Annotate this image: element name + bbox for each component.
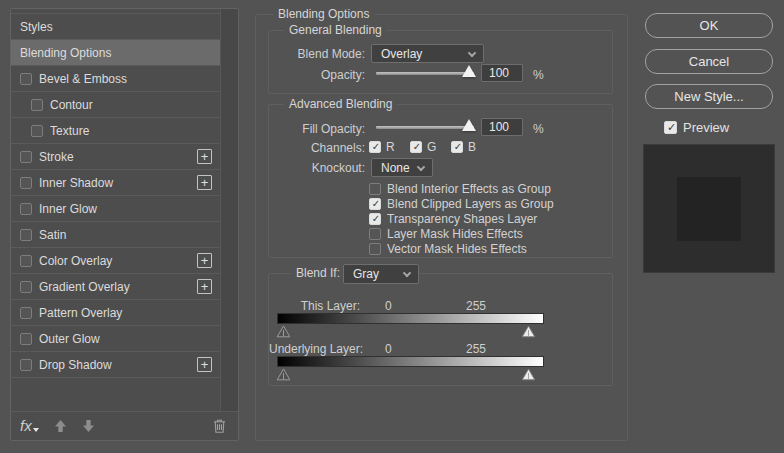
sidebar-item-inner-shadow[interactable]: Inner Shadow + <box>11 170 220 196</box>
trash-icon <box>212 418 227 434</box>
checkbox-unchecked[interactable] <box>20 151 32 163</box>
underlying-black-thumb[interactable] <box>276 368 291 384</box>
move-effect-up-button[interactable] <box>53 419 68 433</box>
checkbox-unchecked[interactable] <box>20 229 32 241</box>
add-instance-plus-icon[interactable]: + <box>197 279 212 294</box>
checkbox-checked[interactable] <box>664 121 677 134</box>
item-label: Outer Glow <box>39 332 100 346</box>
checkbox-checked[interactable] <box>369 198 381 210</box>
sidebar-item-styles[interactable]: Styles <box>11 14 220 40</box>
move-effect-down-button[interactable] <box>81 419 96 433</box>
sidebar-scrollbar-track[interactable] <box>220 9 238 411</box>
sidebar-item-texture[interactable]: Texture <box>11 118 220 144</box>
sidebar-item-bevel-emboss[interactable]: Bevel & Emboss <box>11 66 220 92</box>
new-style-button[interactable]: New Style... <box>645 84 773 109</box>
fx-menu-button[interactable]: fx <box>20 419 39 433</box>
sidebar-item-blending-options[interactable]: Blending Options <box>11 40 220 66</box>
checkbox-unchecked[interactable] <box>369 243 381 255</box>
checkbox-unchecked[interactable] <box>20 307 32 319</box>
checkbox-unchecked[interactable] <box>20 73 32 85</box>
sidebar-item-drop-shadow[interactable]: Drop Shadow + <box>11 352 220 378</box>
underlying-max: 255 <box>466 342 486 356</box>
add-instance-plus-icon[interactable]: + <box>197 357 212 372</box>
sidebar-item-contour[interactable]: Contour <box>11 92 220 118</box>
checkbox-unchecked[interactable] <box>20 203 32 215</box>
preview-thumbnail <box>643 144 775 273</box>
opacity-slider-track[interactable] <box>376 72 474 75</box>
option-vector-mask-hides[interactable]: Vector Mask Hides Effects <box>369 242 527 255</box>
cancel-button[interactable]: Cancel <box>645 49 773 74</box>
underlying-layer-label: Underlying Layer: <box>269 342 360 356</box>
checkbox-unchecked[interactable] <box>20 359 32 371</box>
checkbox-unchecked[interactable] <box>31 125 43 137</box>
knockout-label: Knockout: <box>269 161 365 175</box>
option-blend-clipped[interactable]: Blend Clipped Layers as Group <box>369 197 554 210</box>
fill-opacity-input[interactable]: 100 <box>481 118 523 136</box>
sidebar-item-satin[interactable]: Satin <box>11 222 220 248</box>
add-instance-plus-icon[interactable]: + <box>197 175 212 190</box>
add-instance-plus-icon[interactable]: + <box>197 149 212 164</box>
option-transparency-shapes[interactable]: Transparency Shapes Layer <box>369 212 537 225</box>
item-label: Satin <box>39 228 66 242</box>
channel-g[interactable]: G <box>410 140 436 154</box>
blend-if-value: Gray <box>353 267 379 281</box>
opacity-input[interactable]: 100 <box>481 64 523 82</box>
preview-label: Preview <box>683 120 729 135</box>
this-layer-white-thumb[interactable] <box>521 325 536 341</box>
opacity-slider-thumb[interactable] <box>462 65 476 77</box>
checkbox-unchecked[interactable] <box>369 228 381 240</box>
sidebar-item-stroke[interactable]: Stroke + <box>11 144 220 170</box>
arrow-down-icon <box>81 419 96 433</box>
channel-b[interactable]: B <box>451 140 476 154</box>
this-layer-min: 0 <box>385 299 392 313</box>
blend-mode-dropdown[interactable]: Overlay <box>371 44 484 63</box>
sidebar-footer: fx <box>11 411 238 440</box>
option-blend-interior[interactable]: Blend Interior Effects as Group <box>369 182 551 195</box>
item-label: Drop Shadow <box>39 358 112 372</box>
fill-opacity-slider-thumb[interactable] <box>462 119 476 131</box>
channel-r[interactable]: R <box>369 140 395 154</box>
add-instance-plus-icon[interactable]: + <box>197 253 212 268</box>
item-label: Inner Glow <box>39 202 97 216</box>
blending-options-panel: Blending Options General Blending Blend … <box>255 14 628 441</box>
blend-mode-label: Blend Mode: <box>269 47 365 61</box>
panel-title: Blending Options <box>273 7 374 21</box>
checkbox-unchecked[interactable] <box>20 281 32 293</box>
this-layer-black-thumb[interactable] <box>276 325 291 341</box>
styles-sidebar: Styles Blending Options Bevel & Emboss C… <box>10 8 239 441</box>
this-layer-gradient-ramp[interactable] <box>277 313 544 324</box>
underlying-min: 0 <box>385 342 392 356</box>
delete-effect-button[interactable] <box>212 418 227 434</box>
checkbox-checked[interactable] <box>410 141 422 153</box>
checkbox-unchecked[interactable] <box>31 99 43 111</box>
checkbox-checked[interactable] <box>451 141 463 153</box>
ok-button[interactable]: OK <box>645 13 773 38</box>
opacity-unit: % <box>533 68 544 82</box>
checkbox-unchecked[interactable] <box>20 255 32 267</box>
channels-label: Channels: <box>269 141 365 155</box>
this-layer-label: This Layer: <box>269 299 360 313</box>
option-layer-mask-hides[interactable]: Layer Mask Hides Effects <box>369 227 523 240</box>
layer-style-dialog: Styles Blending Options Bevel & Emboss C… <box>0 0 784 453</box>
underlying-gradient-ramp[interactable] <box>277 356 544 367</box>
sidebar-item-outer-glow[interactable]: Outer Glow <box>11 326 220 352</box>
checkbox-unchecked[interactable] <box>369 183 381 195</box>
knockout-dropdown[interactable]: None <box>371 158 433 177</box>
preview-thumbnail-inner-square <box>677 177 741 241</box>
blend-if-dropdown[interactable]: Gray <box>343 264 419 284</box>
sidebar-item-color-overlay[interactable]: Color Overlay + <box>11 248 220 274</box>
blend-if-label: Blend If: <box>291 266 345 280</box>
split-triangle-icon <box>276 368 291 381</box>
item-label: Gradient Overlay <box>39 280 130 294</box>
group-title: General Blending <box>284 23 387 37</box>
fill-opacity-slider-track[interactable] <box>376 126 474 129</box>
underlying-white-thumb[interactable] <box>521 368 536 384</box>
preview-toggle[interactable]: Preview <box>664 120 729 135</box>
checkbox-unchecked[interactable] <box>20 177 32 189</box>
checkbox-checked[interactable] <box>369 213 381 225</box>
checkbox-unchecked[interactable] <box>20 333 32 345</box>
checkbox-checked[interactable] <box>369 141 381 153</box>
sidebar-item-inner-glow[interactable]: Inner Glow <box>11 196 220 222</box>
sidebar-item-gradient-overlay[interactable]: Gradient Overlay + <box>11 274 220 300</box>
sidebar-item-pattern-overlay[interactable]: Pattern Overlay <box>11 300 220 326</box>
